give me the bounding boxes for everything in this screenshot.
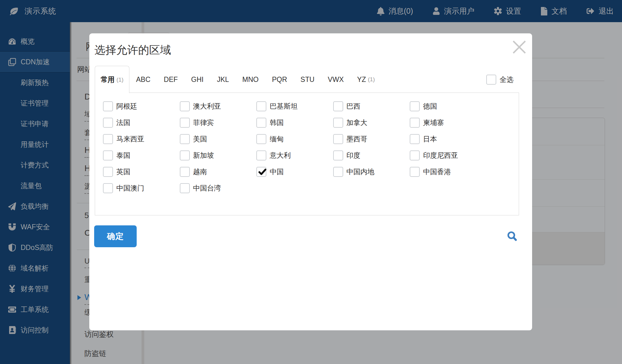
checkbox-unchecked[interactable]	[256, 101, 266, 111]
tab-count: (1)	[116, 76, 123, 83]
checkbox-unchecked[interactable]	[180, 150, 190, 160]
checkbox-unchecked[interactable]	[103, 167, 113, 177]
country-checkbox-27[interactable]: 中国台湾	[180, 183, 221, 193]
country-label: 马来西亚	[116, 134, 144, 144]
checkbox-unchecked[interactable]	[333, 118, 343, 128]
country-checkbox-7[interactable]: 菲律宾	[180, 118, 214, 128]
country-label: 巴基斯坦	[270, 102, 298, 111]
checkbox-unchecked[interactable]	[103, 134, 113, 144]
close-icon[interactable]	[513, 40, 526, 54]
country-checkbox-4[interactable]: 巴西	[333, 101, 361, 111]
country-checkbox-12[interactable]: 美国	[180, 134, 207, 144]
search-icon[interactable]	[507, 231, 518, 242]
country-label: 中国澳门	[116, 184, 144, 193]
tab-common-active[interactable]: 常用(1)	[95, 66, 129, 93]
select-all-checkbox[interactable]: 全选	[486, 66, 514, 93]
tab-ghi[interactable]: GHI	[184, 76, 210, 84]
tab-stu[interactable]: STU	[294, 76, 321, 84]
checkbox-unchecked[interactable]	[333, 150, 343, 160]
tab-label: DEF	[164, 76, 178, 84]
country-checkbox-14[interactable]: 墨西哥	[333, 134, 367, 144]
checkbox-unchecked[interactable]	[180, 118, 190, 128]
country-label: 中国台湾	[193, 184, 221, 193]
checkbox-unchecked[interactable]	[410, 167, 420, 177]
country-checkbox-8[interactable]: 韩国	[256, 118, 284, 128]
confirm-button[interactable]: 确定	[94, 225, 137, 247]
country-label: 墨西哥	[347, 134, 367, 144]
tab-count: (1)	[368, 76, 375, 83]
country-checkbox-26[interactable]: 中国澳门	[103, 183, 144, 193]
tab-vwx[interactable]: VWX	[321, 76, 350, 84]
country-label: 缅甸	[270, 134, 284, 144]
country-checkbox-10[interactable]: 柬埔寨	[410, 118, 444, 128]
country-checkbox-2[interactable]: 澳大利亚	[180, 101, 221, 111]
country-label: 澳大利亚	[193, 102, 221, 111]
country-checkbox-panel: 阿根廷澳大利亚巴基斯坦巴西德国法国菲律宾韩国加拿大柬埔寨马来西亚美国缅甸墨西哥日…	[95, 93, 519, 215]
country-label: 菲律宾	[193, 118, 214, 127]
tab-pqr[interactable]: PQR	[265, 76, 294, 84]
country-label: 新加坡	[193, 151, 214, 160]
checkbox-unchecked[interactable]	[256, 150, 266, 160]
checkbox-unchecked[interactable]	[180, 183, 190, 193]
country-checkbox-6[interactable]: 法国	[103, 118, 130, 128]
checkbox-unchecked[interactable]	[333, 134, 343, 144]
dialog-title: 选择允许的区域	[94, 43, 171, 58]
country-checkbox-24[interactable]: 中国内地	[333, 167, 374, 177]
country-checkbox-9[interactable]: 加拿大	[333, 118, 367, 128]
checkbox-unchecked[interactable]	[410, 118, 420, 128]
checkbox-unchecked[interactable]	[180, 167, 190, 177]
checkbox-unchecked[interactable]	[103, 183, 113, 193]
country-checkbox-15[interactable]: 日本	[410, 134, 437, 144]
tab-label: PQR	[272, 76, 287, 84]
country-checkbox-3[interactable]: 巴基斯坦	[256, 101, 298, 111]
tab-def[interactable]: DEF	[157, 76, 184, 84]
country-label: 日本	[423, 134, 437, 144]
checkbox-unchecked[interactable]	[256, 118, 266, 128]
country-checkbox-19[interactable]: 印度	[333, 150, 361, 160]
checkbox-unchecked[interactable]	[256, 134, 266, 144]
country-checkbox-20[interactable]: 印度尼西亚	[410, 150, 458, 160]
checkbox-unchecked[interactable]	[410, 134, 420, 144]
checkbox-unchecked[interactable]	[410, 150, 420, 160]
tab-label: MNO	[242, 76, 259, 84]
checkbox-unchecked[interactable]	[103, 150, 113, 160]
country-checkbox-5[interactable]: 德国	[410, 101, 437, 111]
country-checkbox-11[interactable]: 马来西亚	[103, 134, 144, 144]
country-label: 越南	[193, 167, 207, 177]
checkbox-unchecked[interactable]	[333, 167, 343, 177]
tab-yz[interactable]: YZ(1)	[350, 76, 382, 84]
country-checkbox-13[interactable]: 缅甸	[256, 134, 284, 144]
tab-jkl[interactable]: JKL	[210, 76, 236, 84]
country-checkbox-17[interactable]: 新加坡	[180, 150, 214, 160]
checkbox-unchecked[interactable]	[333, 101, 343, 111]
country-label: 中国内地	[347, 167, 374, 177]
tab-bar: 常用(1)ABCDEFGHIJKLMNOPQRSTUVWXYZ(1)	[95, 66, 381, 93]
checkbox-unchecked[interactable]	[180, 101, 190, 111]
checkbox-checked[interactable]	[256, 167, 266, 177]
tab-label: 常用	[101, 75, 114, 84]
tab-label: STU	[300, 76, 314, 84]
tab-mno[interactable]: MNO	[236, 76, 265, 84]
tab-label: ABC	[136, 76, 150, 84]
checkbox-unchecked[interactable]	[103, 101, 113, 111]
country-label: 中国香港	[423, 167, 451, 177]
country-checkbox-21[interactable]: 英国	[103, 167, 130, 177]
country-checkbox-22[interactable]: 越南	[180, 167, 207, 177]
tab-abc[interactable]: ABC	[129, 76, 157, 84]
country-checkbox-23[interactable]: 中国	[256, 167, 284, 177]
checkbox-unchecked[interactable]	[410, 101, 420, 111]
country-checkbox-16[interactable]: 泰国	[103, 150, 130, 160]
country-label: 法国	[116, 118, 130, 127]
select-all-box[interactable]	[486, 75, 496, 85]
country-checkbox-18[interactable]: 意大利	[256, 150, 291, 160]
country-label: 泰国	[116, 151, 130, 160]
tab-label: GHI	[191, 76, 203, 84]
checkbox-unchecked[interactable]	[180, 134, 190, 144]
checkbox-unchecked[interactable]	[103, 118, 113, 128]
country-label: 印度	[347, 151, 361, 160]
country-label: 阿根廷	[116, 102, 137, 111]
country-checkbox-25[interactable]: 中国香港	[410, 167, 451, 177]
country-label: 巴西	[347, 102, 361, 111]
country-checkbox-1[interactable]: 阿根廷	[103, 101, 137, 111]
country-label: 德国	[423, 102, 437, 111]
